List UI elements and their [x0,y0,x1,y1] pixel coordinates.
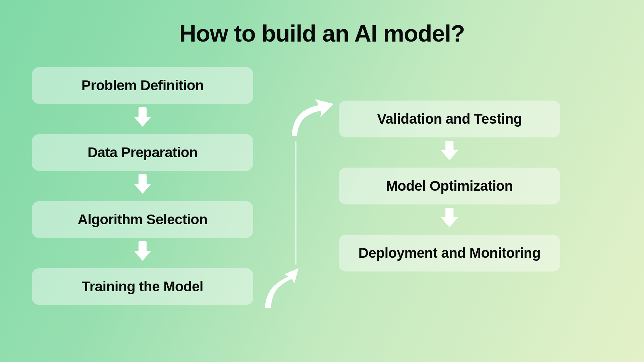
arrow-curve-up-icon [262,268,302,312]
step-validation-and-testing: Validation and Testing [339,101,560,137]
arrow-down-icon [441,141,458,161]
step-algorithm-selection: Algorithm Selection [32,201,253,238]
arrow-down-icon [441,208,458,228]
diagram-title: How to build an AI model? [0,20,644,47]
step-deployment-and-monitoring: Deployment and Monitoring [339,235,560,272]
step-training-the-model: Training the Model [32,268,253,305]
step-model-optimization: Model Optimization [339,168,560,204]
arrow-down-icon [134,107,151,127]
step-data-preparation: Data Preparation [32,134,253,171]
arrow-down-icon [134,241,151,261]
arrow-curve-right-icon [282,97,335,137]
arrow-down-icon [134,174,151,194]
column-divider [295,141,297,265]
step-problem-definition: Problem Definition [32,67,253,104]
